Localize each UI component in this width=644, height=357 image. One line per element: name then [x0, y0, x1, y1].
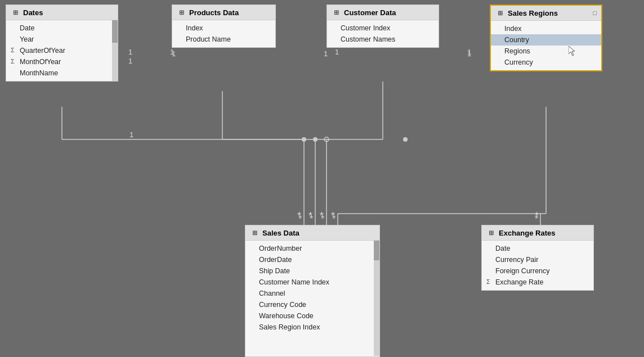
customer-data-header: ⊞ Customer Data — [327, 5, 439, 20]
svg-text:*: * — [535, 214, 538, 224]
exchange-rates-header: ⊞ Exchange Rates — [482, 225, 593, 241]
table-row[interactable]: Regions — [491, 46, 601, 57]
svg-text:*: * — [332, 214, 336, 224]
table-row[interactable]: Customer Index — [327, 22, 439, 34]
table-icon: ⊞ — [11, 8, 20, 17]
products-data-header: ⊞ Products Data — [172, 5, 275, 20]
exchange-rates-title: Exchange Rates — [499, 229, 555, 237]
products-data-body: Index Product Name — [172, 20, 275, 47]
table-row[interactable]: Foreign Currency — [482, 265, 593, 277]
sales-data-header: ⊞ Sales Data — [245, 225, 379, 241]
svg-text:1: 1 — [129, 130, 133, 139]
dates-table-body: Date Year ΣQuarterOfYear ΣMonthOfYear Mo… — [6, 20, 118, 81]
svg-text:*: * — [321, 214, 324, 224]
svg-text:1: 1 — [170, 48, 174, 56]
table-icon: ⊞ — [332, 8, 341, 17]
sales-regions-title: Sales Regions — [508, 9, 558, 17]
customer-data-body: Customer Index Customer Names — [327, 20, 439, 47]
sigma-icon: Σ — [11, 47, 15, 53]
table-row[interactable]: OrderNumber — [245, 243, 379, 254]
table-row[interactable]: Sales Region Index — [245, 322, 379, 333]
sales-regions-table[interactable]: ⊞ Sales Regions □ Index Country Regions … — [490, 4, 602, 71]
dates-table[interactable]: ⊞ Dates Date Year ΣQuarterOfYear ΣMonthO… — [6, 4, 118, 82]
collapse-icon[interactable]: □ — [593, 10, 597, 16]
table-row[interactable]: Warehouse Code — [245, 310, 379, 322]
table-row[interactable]: Currency Pair — [482, 254, 593, 265]
table-row[interactable]: Ship Date — [245, 265, 379, 277]
table-row[interactable]: Product Name — [172, 34, 275, 45]
dates-table-title: Dates — [23, 8, 43, 17]
svg-point-36 — [403, 137, 408, 142]
table-row[interactable]: Currency — [491, 57, 601, 68]
table-row[interactable]: OrderDate — [245, 254, 379, 265]
sigma-icon: Σ — [486, 278, 490, 285]
dates-table-header: ⊞ Dates — [6, 5, 118, 20]
diagram-canvas: 1 * 1 1 * 1 * 1 * * 1 1 1 1 1 * — [0, 0, 644, 357]
table-row[interactable]: Customer Name Index — [245, 277, 379, 288]
svg-point-33 — [302, 137, 306, 142]
table-row[interactable]: Country — [491, 34, 601, 46]
svg-text:1: 1 — [128, 57, 132, 65]
table-row[interactable]: Customer Names — [327, 34, 439, 45]
table-icon: ⊞ — [250, 228, 259, 237]
table-row[interactable]: Index — [172, 22, 275, 34]
svg-text:*: * — [310, 214, 313, 224]
table-row[interactable]: Date — [6, 22, 118, 34]
svg-text:*: * — [535, 210, 539, 222]
table-row[interactable]: MonthName — [6, 67, 118, 79]
svg-text:*: * — [297, 210, 301, 222]
table-row[interactable]: Currency Code — [245, 299, 379, 310]
table-icon: ⊞ — [486, 228, 495, 237]
customer-data-title: Customer Data — [344, 8, 396, 17]
table-row[interactable]: ΣQuarterOfYear — [6, 45, 118, 56]
table-row[interactable]: Date — [482, 243, 593, 254]
exchange-rates-table[interactable]: ⊞ Exchange Rates Date Currency Pair Fore… — [481, 225, 594, 291]
sales-data-table[interactable]: ⊞ Sales Data OrderNumber OrderDate Ship … — [245, 225, 380, 357]
svg-text:*: * — [308, 210, 312, 222]
table-row[interactable]: Index — [491, 23, 601, 34]
svg-point-35 — [324, 137, 329, 142]
sales-regions-header: ⊞ Sales Regions □ — [491, 6, 601, 21]
svg-text:*: * — [320, 210, 324, 222]
svg-text:*: * — [331, 210, 335, 222]
table-row[interactable]: ΣMonthOfYear — [6, 56, 118, 67]
table-row[interactable]: Channel — [245, 288, 379, 299]
sales-data-body: OrderNumber OrderDate Ship Date Customer… — [245, 241, 379, 356]
sales-regions-body: Index Country Regions Currency — [491, 21, 601, 70]
table-row[interactable]: ΣExchange Rate — [482, 277, 593, 288]
svg-text:1: 1 — [335, 48, 339, 56]
products-data-table[interactable]: ⊞ Products Data Index Product Name — [172, 4, 276, 48]
table-icon: ⊞ — [177, 8, 186, 17]
svg-text:*: * — [298, 214, 302, 224]
svg-text:1: 1 — [172, 49, 176, 58]
sigma-icon: Σ — [11, 58, 15, 65]
sales-data-title: Sales Data — [262, 229, 299, 237]
exchange-rates-body: Date Currency Pair Foreign Currency ΣExc… — [482, 241, 593, 290]
svg-text:1: 1 — [467, 48, 471, 56]
table-row[interactable]: Year — [6, 34, 118, 45]
table-icon: ⊞ — [495, 8, 504, 17]
svg-text:1: 1 — [128, 48, 132, 56]
customer-data-table[interactable]: ⊞ Customer Data Customer Index Customer … — [327, 4, 439, 48]
svg-text:1: 1 — [467, 49, 471, 58]
svg-point-34 — [313, 137, 317, 142]
products-data-title: Products Data — [189, 8, 239, 17]
svg-text:1: 1 — [324, 49, 328, 58]
